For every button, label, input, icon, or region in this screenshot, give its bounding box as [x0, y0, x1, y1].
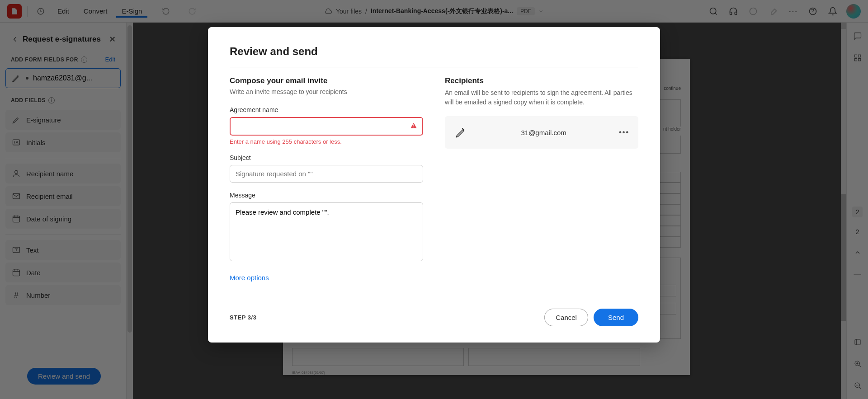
cancel-button[interactable]: Cancel — [544, 309, 588, 326]
compose-heading: Compose your email invite — [230, 76, 423, 85]
step-indicator: STEP 3/3 — [230, 314, 256, 321]
modal-title: Review and send — [230, 45, 638, 67]
recipient-email: 31@gmail.com — [476, 129, 612, 136]
subject-input[interactable] — [230, 165, 423, 183]
recipients-sub: An email will be sent to recipients to s… — [445, 88, 638, 107]
recipient-more-icon[interactable]: ••• — [619, 128, 629, 136]
review-send-modal: Review and send Compose your email invit… — [208, 27, 660, 343]
modal-footer: STEP 3/3 Cancel Send — [230, 309, 638, 326]
agreement-name-input[interactable] — [230, 117, 423, 136]
agreement-name-label: Agreement name — [230, 106, 423, 113]
recipient-row: 31@gmail.com ••• — [445, 116, 638, 149]
recipients-heading: Recipients — [445, 76, 638, 85]
alert-icon — [410, 122, 418, 131]
more-options-link[interactable]: More options — [230, 274, 423, 282]
message-label: Message — [230, 192, 423, 199]
compose-sub: Write an invite message to your recipien… — [230, 88, 423, 95]
send-button[interactable]: Send — [594, 309, 638, 326]
recipients-section: Recipients An email will be sent to reci… — [445, 76, 638, 282]
modal-overlay: Review and send Compose your email invit… — [0, 0, 868, 399]
message-textarea[interactable] — [230, 202, 423, 261]
subject-label: Subject — [230, 154, 423, 161]
agreement-name-error: Enter a name using 255 characters or les… — [230, 138, 423, 145]
pen-icon — [454, 125, 468, 140]
compose-section: Compose your email invite Write an invit… — [230, 76, 423, 282]
